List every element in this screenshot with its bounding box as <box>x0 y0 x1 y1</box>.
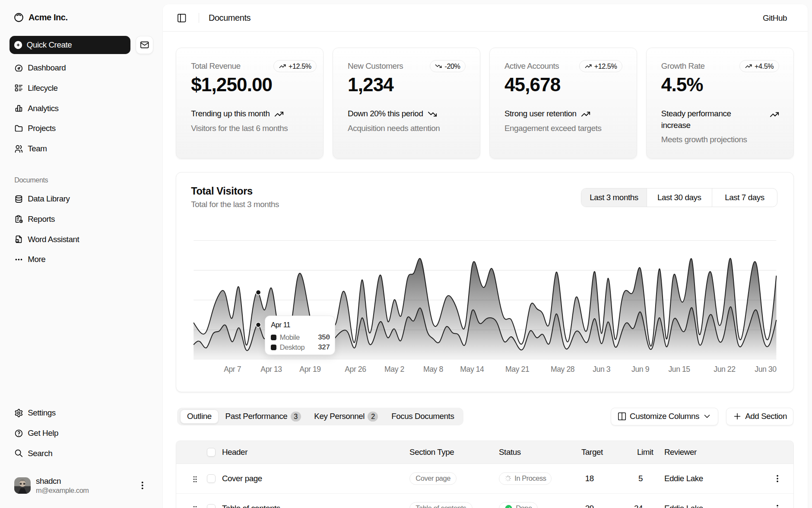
svg-text:Apr 7: Apr 7 <box>224 364 241 373</box>
svg-text:May 28: May 28 <box>551 364 575 373</box>
svg-text:Jun 22: Jun 22 <box>714 364 736 373</box>
svg-text:Jun 9: Jun 9 <box>631 364 649 373</box>
svg-text:May 2: May 2 <box>384 364 404 373</box>
svg-text:Jun 3: Jun 3 <box>593 364 611 373</box>
svg-text:Apr 26: Apr 26 <box>345 364 367 373</box>
svg-text:Apr 13: Apr 13 <box>261 364 282 373</box>
svg-text:May 21: May 21 <box>506 364 530 373</box>
svg-text:Jun 30: Jun 30 <box>755 364 777 373</box>
svg-text:May 14: May 14 <box>460 364 485 373</box>
svg-text:May 8: May 8 <box>423 364 443 373</box>
svg-text:Apr 19: Apr 19 <box>300 364 321 373</box>
svg-text:Jun 15: Jun 15 <box>669 364 691 373</box>
